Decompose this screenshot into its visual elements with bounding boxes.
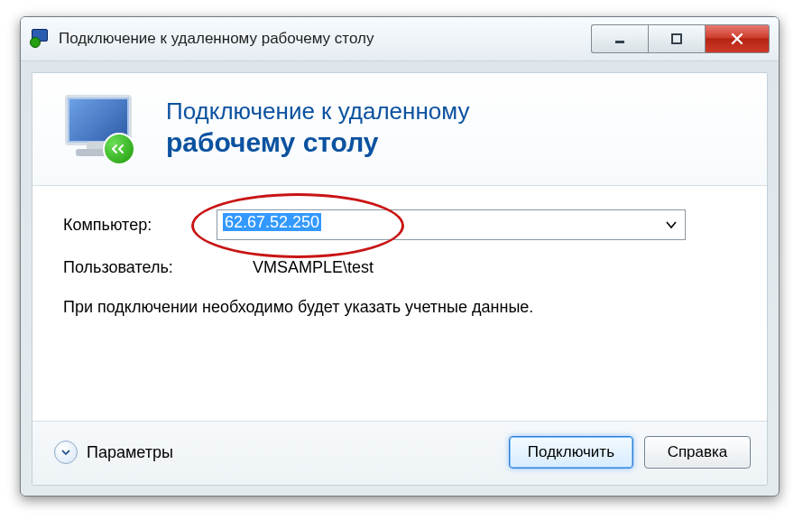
user-label: Пользователь: — [63, 258, 217, 277]
window-controls — [591, 24, 770, 53]
credentials-hint: При подключении необходимо будет указать… — [63, 295, 736, 320]
svg-rect-1 — [672, 34, 681, 43]
chevron-down-icon — [54, 441, 78, 464]
monitor-icon — [60, 91, 141, 165]
dialog-footer: Параметры Подключить Справка — [32, 421, 767, 485]
dropdown-arrow-icon[interactable] — [658, 210, 685, 239]
computer-input[interactable]: 62.67.52.250 — [217, 209, 686, 240]
svg-rect-0 — [615, 41, 624, 43]
help-button[interactable]: Справка — [644, 436, 751, 469]
minimize-button[interactable] — [591, 24, 648, 53]
titlebar[interactable]: Подключение к удаленному рабочему столу — [21, 17, 779, 61]
rdp-app-icon — [30, 29, 50, 49]
rdp-window: Подключение к удаленному рабочему столу — [20, 16, 780, 497]
computer-label: Компьютер: — [63, 216, 217, 235]
close-button[interactable] — [706, 24, 770, 53]
dialog-header: Подключение к удаленному рабочему столу — [32, 73, 767, 186]
header-line1: Подключение к удаленному — [166, 98, 469, 125]
connect-badge-icon — [103, 133, 135, 165]
form-area: Компьютер: 62.67.52.250 Пользователь: VM… — [32, 186, 767, 334]
maximize-button[interactable] — [648, 24, 706, 53]
options-label: Параметры — [87, 443, 173, 462]
computer-value: 62.67.52.250 — [223, 213, 321, 231]
connect-button[interactable]: Подключить — [509, 436, 633, 469]
header-line2: рабочему столу — [166, 126, 469, 159]
user-value: VMSAMPLE\test — [217, 258, 374, 277]
window-title: Подключение к удаленному рабочему столу — [59, 30, 591, 48]
client-area: Подключение к удаленному рабочему столу … — [32, 72, 768, 486]
options-toggle[interactable]: Параметры — [54, 441, 173, 464]
